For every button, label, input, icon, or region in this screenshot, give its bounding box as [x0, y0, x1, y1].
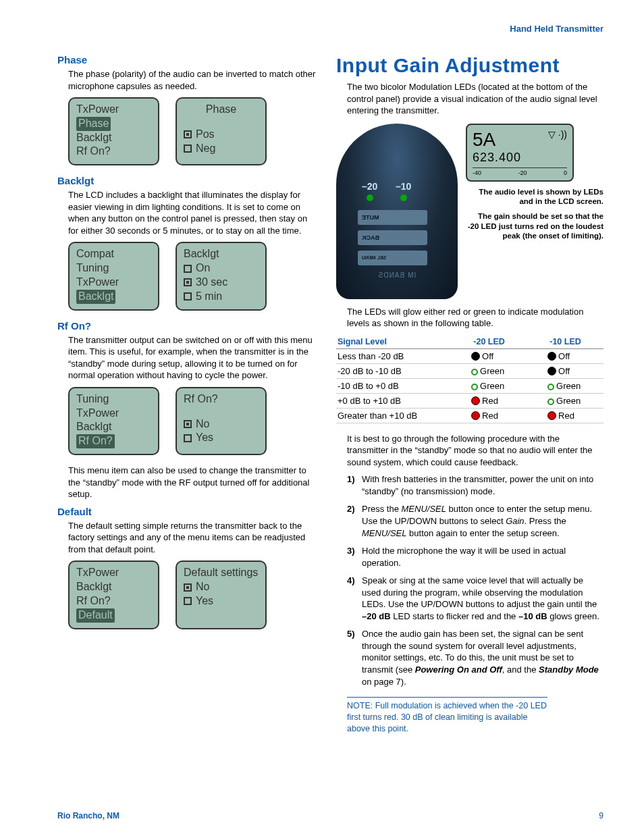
checkbox-icon	[184, 597, 192, 605]
step-1: With fresh batteries in the transmitter,…	[347, 473, 603, 497]
checkbox-icon	[184, 145, 192, 153]
table-row: +0 dB to +10 dBRedGreen	[336, 393, 603, 408]
rfon-opt-lcd: Rf On? No Yes	[176, 387, 267, 455]
rfon-text: The transmitter output can be switched o…	[68, 334, 317, 382]
checkbox-icon	[184, 420, 192, 428]
phase-text: The phase (polarity) of the audio can be…	[68, 68, 317, 92]
freq-value: 623.400	[473, 151, 567, 165]
antenna-icon: ▽ ·))	[548, 129, 567, 140]
brand-label: IM BANDS	[336, 271, 458, 279]
led-dot-icon	[471, 384, 478, 390]
th-20led: -20 LED	[451, 335, 527, 349]
checkbox-icon	[184, 434, 192, 442]
backlgt-heading: Backlgt	[57, 175, 317, 186]
led-dot-icon	[471, 352, 480, 361]
sel-button-label: SEL MENU	[358, 251, 427, 265]
step-5: Once the audio gain has been set, the si…	[347, 628, 603, 687]
led-dot-icon	[471, 396, 480, 405]
led-20-icon	[367, 194, 373, 201]
lcd-screen: 5A ▽ ·)) 623.400 -40 -20 0	[466, 124, 574, 182]
footer: Rio Rancho, NM 9	[57, 811, 603, 820]
input-gain-intro: The two bicolor Modulation LEDs (located…	[347, 81, 603, 117]
th-signal: Signal Level	[336, 335, 451, 349]
step-2: Press the MENU/SEL button once to enter …	[347, 503, 603, 539]
table-row: Greater than +10 dBRedRed	[336, 408, 603, 423]
transmitter-photo: –20 –10 MUTE BACK SEL MENU IM BANDS	[336, 124, 458, 299]
device-caption-col: 5A ▽ ·)) 623.400 -40 -20 0 The audio lev…	[466, 124, 603, 241]
led-10-icon	[400, 194, 407, 201]
group-value: 5A	[473, 129, 495, 151]
signal-level-table: Signal Level -20 LED -10 LED Less than -…	[336, 335, 603, 423]
table-intro: The LEDs will glow either red or green t…	[347, 306, 603, 330]
procedure-steps: With fresh batteries in the transmitter,…	[347, 473, 603, 687]
caption-1: The audio level is shown by LEDs and in …	[466, 187, 603, 207]
backlgt-menu-lcd: Compat Tuning TxPower Backlgt	[68, 242, 159, 310]
th-10led: -10 LED	[527, 335, 603, 349]
db10-label: –10	[396, 181, 411, 192]
backlgt-lcds: Compat Tuning TxPower Backlgt Backlgt On…	[68, 242, 317, 310]
phase-menu-lcd: TxPower Phase Backlgt Rf On?	[68, 97, 159, 165]
back-button-label: BACK	[358, 230, 427, 245]
backlgt-text: The LCD includes a backlight that illumi…	[68, 189, 317, 236]
phase-lcds: TxPower Phase Backlgt Rf On? Phase Pos N…	[68, 97, 317, 165]
left-column: Phase The phase (polarity) of the audio …	[57, 54, 317, 735]
default-opt-lcd: Default settings No Yes	[176, 561, 267, 629]
checkbox-icon	[184, 292, 192, 301]
rfon-heading: Rf On?	[57, 320, 317, 332]
table-row: -20 dB to -10 dBGreenOff	[336, 363, 603, 378]
led-dot-icon	[547, 398, 554, 405]
led-dot-icon	[547, 411, 556, 420]
led-dot-icon	[547, 384, 554, 390]
footer-location: Rio Rancho, NM	[57, 811, 119, 820]
rfon-menu-lcd: Tuning TxPower Backlgt Rf On?	[68, 387, 159, 455]
default-text: The default setting simple returns the t…	[68, 520, 317, 556]
phase-heading: Phase	[57, 54, 317, 66]
running-header: Hand Held Transmitter	[510, 24, 603, 34]
table-row: Less than -20 dBOffOff	[336, 348, 603, 363]
note-text: NOTE: Full modulation is achieved when t…	[347, 697, 547, 735]
db20-label: –20	[362, 181, 377, 192]
table-row: -10 dB to +0 dBGreenGreen	[336, 378, 603, 393]
checkbox-icon	[184, 265, 192, 273]
device-illustration-row: –20 –10 MUTE BACK SEL MENU IM BANDS 5A ▽…	[336, 124, 603, 299]
phase-opt-lcd: Phase Pos Neg	[176, 97, 267, 165]
checkbox-icon	[184, 278, 192, 286]
mute-button-label: MUTE	[358, 210, 427, 225]
rfon-text2: This menu item can also be used to chang…	[68, 465, 317, 500]
led-dot-icon	[547, 367, 556, 375]
input-gain-heading: Input Gain Adjustment	[336, 54, 603, 77]
rfon-lcds: Tuning TxPower Backlgt Rf On? Rf On? No …	[68, 387, 317, 455]
caption-2: The gain should be set so that the -20 L…	[466, 211, 603, 240]
led-dot-icon	[471, 411, 480, 420]
checkbox-icon	[184, 583, 192, 592]
default-heading: Default	[57, 506, 317, 517]
right-column: Input Gain Adjustment The two bicolor Mo…	[336, 54, 603, 735]
meter-scale: -40 -20 0	[473, 167, 567, 176]
led-dot-icon	[547, 352, 556, 361]
checkbox-icon	[184, 130, 192, 138]
default-lcds: TxPower Backlgt Rf On? Default Default s…	[68, 561, 317, 629]
led-dot-icon	[471, 369, 478, 375]
procedure-intro: It is best to go through the following p…	[347, 433, 603, 469]
default-menu-lcd: TxPower Backlgt Rf On? Default	[68, 561, 159, 629]
step-3: Hold the microphone the way it will be u…	[347, 545, 603, 569]
backlgt-opt-lcd: Backlgt On 30 sec 5 min	[176, 242, 267, 310]
footer-page: 9	[599, 811, 603, 820]
step-4: Speak or sing at the same voice level th…	[347, 575, 603, 622]
